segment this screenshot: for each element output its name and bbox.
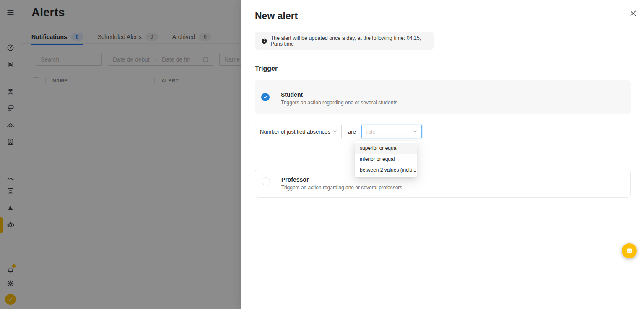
drawer-backdrop[interactable] bbox=[0, 0, 242, 309]
condition-connector: are bbox=[348, 129, 356, 135]
info-banner: The alert will be updated once a day, at… bbox=[255, 32, 434, 50]
chat-bubble-icon bbox=[626, 247, 633, 255]
option-title: Professor bbox=[281, 176, 309, 183]
option-description: Triggers an action regarding one or seve… bbox=[281, 100, 397, 106]
rule-option-inferior-or-equal[interactable]: inferior or equal bbox=[355, 154, 417, 165]
rule-select[interactable]: rule bbox=[361, 125, 422, 138]
condition-row: Number of justified absences are rule bbox=[255, 125, 422, 138]
chevron-down-icon bbox=[413, 130, 417, 133]
field-select-value: Number of justified absences bbox=[260, 129, 330, 135]
close-icon[interactable] bbox=[629, 9, 637, 18]
chat-launcher-button[interactable] bbox=[622, 243, 637, 258]
rule-options-dropdown: superior or equal inferior or equal betw… bbox=[355, 141, 417, 177]
selected-check-icon[interactable] bbox=[261, 93, 270, 101]
trigger-option-student[interactable]: Student Triggers an action regarding one… bbox=[255, 80, 631, 114]
rule-option-superior-or-equal[interactable]: superior or equal bbox=[355, 143, 417, 154]
trigger-option-professor[interactable]: Professor Triggers an action regarding o… bbox=[255, 169, 631, 198]
drawer-title: New alert bbox=[255, 10, 298, 22]
option-description: Triggers an action regarding one or seve… bbox=[281, 185, 402, 191]
unselected-radio[interactable] bbox=[262, 177, 270, 185]
info-banner-text: The alert will be updated once a day, at… bbox=[270, 35, 427, 47]
option-title: Student bbox=[281, 91, 303, 98]
new-alert-drawer: New alert The alert will be updated once… bbox=[242, 0, 644, 309]
chevron-down-icon bbox=[333, 130, 337, 133]
info-icon bbox=[262, 38, 267, 44]
field-select[interactable]: Number of justified absences bbox=[255, 125, 342, 138]
rule-select-placeholder: rule bbox=[366, 129, 376, 135]
rule-option-between-2-values[interactable]: between 2 values (inclu... bbox=[355, 165, 417, 175]
trigger-heading: Trigger bbox=[255, 65, 278, 72]
